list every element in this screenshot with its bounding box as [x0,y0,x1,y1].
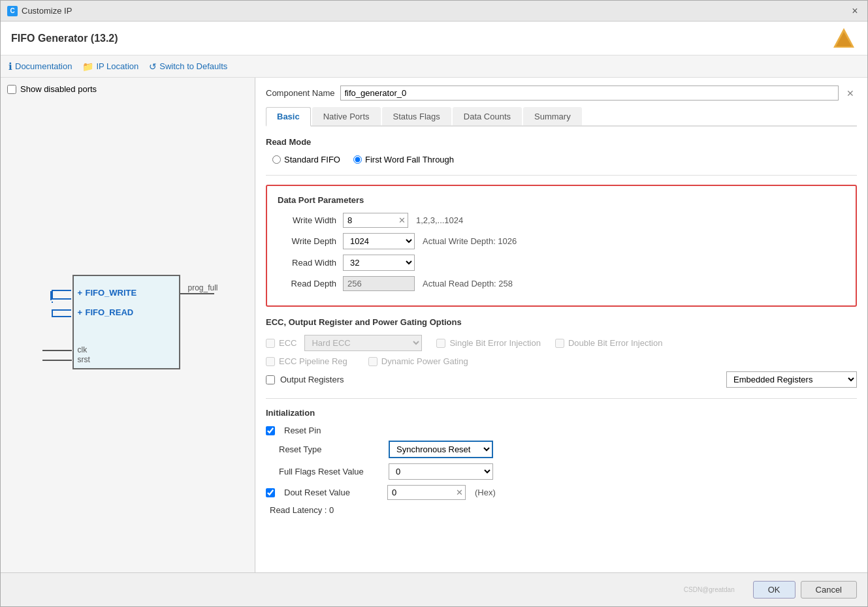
tab-status-flags[interactable]: Status Flags [382,107,451,125]
dynamic-power-group: Dynamic Power Gating [368,356,468,366]
component-name-clear[interactable]: ✕ [844,87,857,100]
ecc-section-title: ECC, Output Register and Power Gating Op… [266,317,857,327]
tab-summary[interactable]: Summary [523,107,582,125]
read-width-select[interactable]: 32 16 8 [343,255,415,271]
first-word-option[interactable]: First Word Fall Through [353,155,454,164]
content-area: Show disabled ports + [1,78,867,572]
single-bit-checkbox [436,339,445,348]
output-reg-select[interactable]: Embedded Registers Fabric Registers None [726,371,857,388]
read-depth-input [343,276,415,291]
dynamic-power-label: Dynamic Power Gating [381,356,468,366]
documentation-button[interactable]: ℹ Documentation [8,61,72,72]
dout-reset-checkbox[interactable] [266,488,275,497]
ecc-checkbox [266,339,275,348]
tabs-bar: Basic Native Ports Status Flags Data Cou… [266,107,857,127]
write-depth-label: Write Depth [278,236,343,246]
write-width-label: Write Width [278,215,343,225]
watermark: CSDN@greatdan [11,586,748,593]
fifo-write-plus: + [78,288,83,298]
documentation-label: Documentation [15,61,72,71]
main-window: C Customize IP × FIFO Generator (13.2) ℹ… [0,0,868,607]
fifo-read-label: FIFO_READ [86,307,134,317]
divider-2 [266,398,857,399]
reset-type-row: Reset Type Synchronous Reset Asynchronou… [266,441,857,458]
main-header: FIFO Generator (13.2) [1,22,867,55]
wire-write2 [52,298,71,300]
ecc-pipeline-group: ECC Pipeline Reg [266,356,347,366]
write-depth-row: Write Depth 1024 512 256 Actual Write De… [278,233,845,249]
data-port-box: Data Port Parameters Write Width ✕ 1,2,3… [266,185,857,307]
output-reg-row: Output Registers Embedded Registers Fabr… [266,371,857,388]
ip-location-button[interactable]: 📁 IP Location [82,61,138,72]
show-disabled-row: Show disabled ports [7,84,248,94]
write-depth-hint: Actual Write Depth: 1026 [423,236,517,246]
app-title: FIFO Generator (13.2) [11,33,118,44]
fifo-read-plus: + [78,307,83,317]
full-flags-select[interactable]: 0 1 [389,463,493,480]
xilinx-logo [831,25,857,52]
ecc-label: ECC [279,338,297,348]
standard-fifo-label: Standard FIFO [284,155,340,164]
hex-label: (Hex) [475,488,496,497]
write-depth-select[interactable]: 1024 512 256 [343,233,415,249]
ip-location-label: IP Location [96,61,138,71]
dout-reset-row: Dout Reset Value ✕ (Hex) [266,485,857,500]
dout-reset-clear[interactable]: ✕ [456,488,463,497]
tab-basic[interactable]: Basic [266,107,311,127]
dout-reset-label: Dout Reset Value [284,488,382,497]
full-flags-label: Full Flags Reset Value [279,467,383,476]
wire-write-v [52,290,53,298]
write-width-input-wrapper: ✕ [343,213,408,228]
wire-prog-full [180,293,214,294]
switch-defaults-button[interactable]: ↺ Switch to Defaults [149,61,227,72]
right-panel: Component Name ✕ Basic Native Ports Stat… [255,78,867,572]
read-depth-label: Read Depth [278,279,343,288]
first-word-label: First Word Fall Through [365,155,454,164]
ecc-checkbox-group: ECC [266,338,297,348]
ecc-pipeline-row: ECC Pipeline Reg Dynamic Power Gating [266,356,857,366]
write-width-clear[interactable]: ✕ [398,215,406,225]
clk-label: clk [78,345,88,354]
read-width-label: Read Width [278,258,343,268]
single-bit-group: Single Bit Error Injection [436,338,540,348]
reset-type-select[interactable]: Synchronous Reset Asynchronous Reset [389,441,493,458]
cancel-button[interactable]: Cancel [801,581,857,599]
standard-fifo-option[interactable]: Standard FIFO [272,155,340,164]
wire-read2 [52,316,71,317]
srst-label: srst [78,355,90,364]
footer: CSDN@greatdan OK Cancel [1,572,867,606]
double-bit-label: Double Bit Error Injection [568,338,663,348]
info-icon: ℹ [8,61,12,72]
window-title: Customize IP [22,6,72,16]
ecc-main-row: ECC Hard ECC Single Bit Error Injection … [266,335,857,351]
close-button[interactable]: × [849,5,861,17]
double-bit-checkbox [555,339,564,348]
divider-1 [266,175,857,176]
standard-fifo-radio[interactable] [272,155,281,164]
first-word-radio[interactable] [353,155,362,164]
title-bar: C Customize IP × [1,1,867,22]
read-mode-title: Read Mode [266,137,857,147]
reset-type-label: Reset Type [279,444,383,454]
component-name-row: Component Name ✕ [266,86,857,101]
fifo-write-label: FIFO_WRITE [86,288,137,298]
dout-reset-input[interactable] [387,485,466,500]
full-flags-row: Full Flags Reset Value 0 1 [266,463,857,480]
component-name-input[interactable] [340,86,839,101]
show-disabled-checkbox[interactable] [7,85,16,94]
read-depth-row: Read Depth Actual Read Depth: 258 [278,276,845,291]
read-mode-radio-group: Standard FIFO First Word Fall Through [266,155,857,164]
left-panel: Show disabled ports + [1,78,255,572]
init-title: Initialization [266,408,857,418]
ok-button[interactable]: OK [753,581,796,599]
double-bit-group: Double Bit Error Injection [555,338,663,348]
tab-data-counts[interactable]: Data Counts [453,107,522,125]
read-mode-section: Read Mode Standard FIFO First Word Fall … [266,137,857,164]
output-reg-checkbox[interactable] [266,375,275,384]
switch-defaults-label: Switch to Defaults [159,61,227,71]
data-port-title: Data Port Parameters [278,195,845,205]
tab-native-ports[interactable]: Native Ports [312,107,381,125]
dynamic-power-checkbox [368,357,378,366]
component-name-label: Component Name [266,88,335,98]
reset-pin-checkbox[interactable] [266,426,275,435]
